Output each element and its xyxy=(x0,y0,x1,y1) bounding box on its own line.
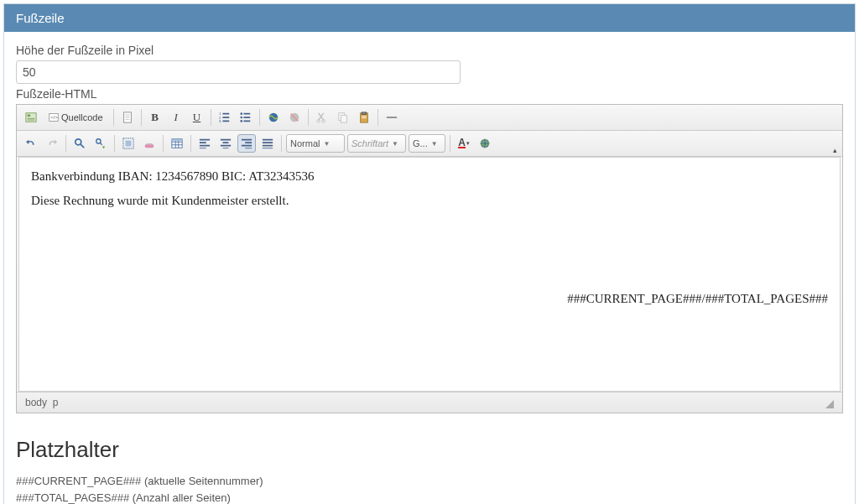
svg-rect-61 xyxy=(263,142,273,143)
svg-rect-7 xyxy=(125,115,129,116)
cut-icon[interactable] xyxy=(313,108,331,127)
replace-icon[interactable] xyxy=(91,134,110,153)
removeformat-icon[interactable] xyxy=(140,134,159,153)
svg-rect-17 xyxy=(243,113,250,115)
svg-rect-41 xyxy=(147,143,153,145)
link-icon[interactable] xyxy=(264,108,283,127)
bold-button[interactable]: B xyxy=(146,108,164,127)
newpage-icon[interactable] xyxy=(118,108,137,127)
svg-rect-0 xyxy=(26,113,36,122)
resize-handle[interactable] xyxy=(822,397,834,408)
underline-button[interactable]: U xyxy=(188,108,206,127)
svg-rect-11 xyxy=(222,113,229,115)
horizontal-rule-icon[interactable] xyxy=(383,108,401,127)
font-select[interactable]: Schriftart▼ xyxy=(347,134,406,153)
collapse-toolbar-icon[interactable]: ▴ xyxy=(830,146,839,154)
align-left-icon[interactable] xyxy=(195,134,214,153)
svg-point-16 xyxy=(240,112,242,115)
svg-rect-47 xyxy=(172,139,182,142)
svg-rect-3 xyxy=(28,120,35,121)
svg-rect-63 xyxy=(263,148,273,148)
chevron-down-icon: ▼ xyxy=(431,140,438,148)
svg-line-37 xyxy=(100,143,102,145)
svg-point-34 xyxy=(75,139,81,145)
content-line-2: Diese Rechnung wurde mit Kundenmeister e… xyxy=(31,194,828,208)
path-p[interactable]: p xyxy=(53,397,59,408)
globe-icon[interactable] xyxy=(476,134,494,153)
font-value: Schriftart xyxy=(351,138,388,148)
placeholder-line-1: ###CURRENT_PAGE### (aktuelle Seitennumme… xyxy=(16,473,843,490)
editor: </> Quellcode B I U 123 xyxy=(16,104,843,413)
svg-rect-8 xyxy=(125,117,129,117)
size-select[interactable]: G...▼ xyxy=(409,134,445,153)
toolbar-row-2: Normal▼ Schriftart▼ G...▼ A▾ ▴ xyxy=(17,131,842,157)
align-center-icon[interactable] xyxy=(216,134,235,153)
svg-line-24 xyxy=(290,114,298,122)
svg-rect-19 xyxy=(243,117,250,118)
svg-rect-13 xyxy=(222,117,229,118)
svg-rect-33 xyxy=(386,117,396,118)
svg-rect-62 xyxy=(263,145,273,147)
panel-header: Fußzeile xyxy=(4,4,855,32)
svg-rect-50 xyxy=(200,145,210,147)
placeholder-line-2: ###TOTAL_PAGES### (Anzahl aller Seiten) xyxy=(16,490,843,505)
svg-point-25 xyxy=(316,120,320,123)
height-label: Höhe der Fußzeile in Pixel xyxy=(16,44,843,57)
svg-rect-9 xyxy=(125,119,129,120)
editor-content[interactable]: Bankverbindung IBAN: 1234567890 BIC: AT3… xyxy=(18,157,841,392)
unlink-icon[interactable] xyxy=(285,108,304,127)
svg-rect-51 xyxy=(200,148,206,148)
placeholder-heading: Platzhalter xyxy=(16,437,843,463)
templates-icon[interactable] xyxy=(22,108,40,127)
svg-point-64 xyxy=(481,139,490,148)
align-right-icon[interactable] xyxy=(237,134,256,153)
height-input[interactable] xyxy=(16,60,461,84)
svg-rect-52 xyxy=(221,139,231,141)
size-value: G... xyxy=(413,138,428,148)
svg-rect-15 xyxy=(222,121,229,122)
panel-body: Höhe der Fußzeile in Pixel Fußzeile-HTML… xyxy=(4,32,855,504)
panel-title: Fußzeile xyxy=(16,11,65,25)
html-label: Fußzeile-HTML xyxy=(16,87,843,101)
svg-line-35 xyxy=(81,144,84,148)
svg-rect-55 xyxy=(223,148,229,148)
svg-rect-39 xyxy=(126,141,132,147)
selectall-icon[interactable] xyxy=(119,134,138,153)
undo-icon[interactable] xyxy=(22,134,40,153)
svg-rect-28 xyxy=(341,115,346,122)
content-line-1: Bankverbindung IBAN: 1234567890 BIC: AT3… xyxy=(31,169,828,184)
svg-rect-49 xyxy=(200,142,206,143)
svg-rect-2 xyxy=(28,118,35,119)
toolbar-row-1: </> Quellcode B I U 123 xyxy=(17,105,842,131)
source-label: Quellcode xyxy=(61,112,103,122)
svg-point-18 xyxy=(240,117,242,119)
svg-rect-27 xyxy=(338,113,344,121)
svg-rect-60 xyxy=(263,139,273,141)
path-body[interactable]: body xyxy=(25,397,47,408)
svg-rect-57 xyxy=(245,142,252,143)
redo-icon[interactable] xyxy=(43,134,61,153)
svg-point-20 xyxy=(240,120,242,122)
svg-rect-53 xyxy=(223,142,229,143)
text-color-icon[interactable]: A▾ xyxy=(455,134,473,153)
format-value: Normal xyxy=(290,138,320,148)
svg-text:</>: </> xyxy=(50,115,58,120)
footer-panel: Fußzeile Höhe der Fußzeile in Pixel Fußz… xyxy=(3,3,856,504)
table-icon[interactable] xyxy=(168,134,186,153)
svg-rect-56 xyxy=(242,139,252,141)
svg-text:3: 3 xyxy=(219,119,221,123)
source-button[interactable]: </> Quellcode xyxy=(43,108,109,127)
find-icon[interactable] xyxy=(70,134,89,153)
align-justify-icon[interactable] xyxy=(258,134,277,153)
numbered-list-icon[interactable]: 123 xyxy=(216,108,234,127)
svg-rect-54 xyxy=(221,145,231,147)
svg-rect-58 xyxy=(242,145,252,147)
pager-text: ###CURRENT_PAGE###/###TOTAL_PAGES### xyxy=(567,292,828,306)
format-select[interactable]: Normal▼ xyxy=(286,134,345,153)
svg-rect-30 xyxy=(362,112,366,115)
italic-button[interactable]: I xyxy=(167,108,185,127)
path-bar: body p xyxy=(17,392,842,413)
copy-icon[interactable] xyxy=(334,108,352,127)
bulleted-list-icon[interactable] xyxy=(237,108,255,127)
paste-icon[interactable] xyxy=(355,108,373,127)
